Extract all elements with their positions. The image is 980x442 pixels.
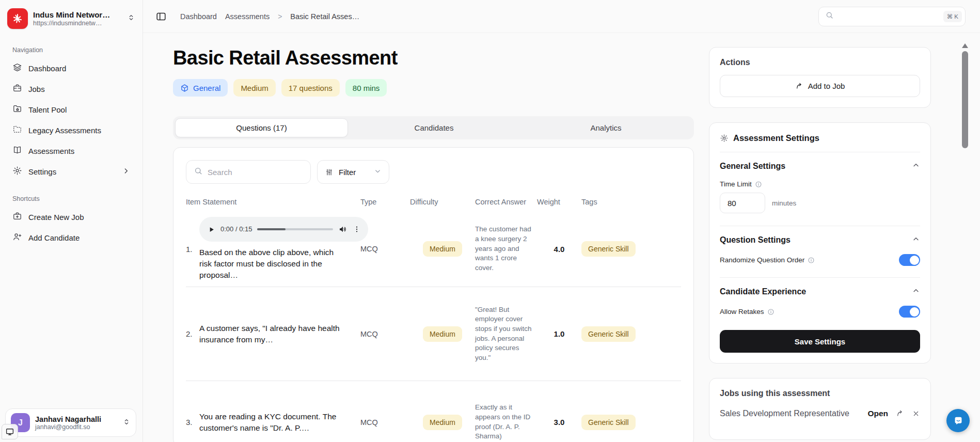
scrollbar-thumb[interactable] xyxy=(962,51,968,148)
tab-questions[interactable]: Questions (17) xyxy=(175,118,348,137)
global-search[interactable]: ⌘ K xyxy=(818,7,966,26)
workspace-name: Indus Mind Networ… xyxy=(33,10,122,19)
difficulty-badge: Medium xyxy=(233,79,275,97)
share-arrow-icon xyxy=(795,82,803,90)
table-row[interactable]: 3. You are reading a KYC document. The c… xyxy=(186,381,681,442)
play-icon[interactable] xyxy=(208,226,215,233)
questions-toolbar: Filter xyxy=(186,160,681,184)
add-to-job-button[interactable]: Add to Job xyxy=(720,75,920,97)
questions-search-input[interactable] xyxy=(208,168,303,177)
folder-dashed-icon xyxy=(12,124,22,136)
add-to-job-label: Add to Job xyxy=(808,82,845,90)
sidebar-toggle-icon[interactable] xyxy=(155,11,167,22)
weight-cell: 1.0 xyxy=(537,329,581,338)
randomize-label: Randomize Question Order xyxy=(720,256,815,264)
folder-star-icon xyxy=(12,104,22,115)
chevrons-up-down-icon xyxy=(122,418,131,428)
badge-label: 80 mins xyxy=(353,84,380,92)
sidebar-item-legacy-assessments[interactable]: Legacy Assessments xyxy=(6,120,136,140)
questions-search[interactable] xyxy=(186,160,311,184)
time-limit-input[interactable] xyxy=(720,193,765,213)
allow-retakes-toggle[interactable] xyxy=(899,306,920,318)
job-row: Sales Development Representative Open xyxy=(720,409,920,418)
column-weight: Weight xyxy=(537,198,581,206)
tab-candidates[interactable]: Candidates xyxy=(348,118,520,137)
section-candidate-experience[interactable]: Candidate Experience xyxy=(720,287,920,297)
tags-cell: Generic Skill xyxy=(581,244,681,254)
search-icon xyxy=(194,166,203,178)
section-title: Question Settings xyxy=(720,235,791,245)
kebab-menu-icon[interactable] xyxy=(353,225,361,233)
jobs-using-card: Jobs using this assessment Sales Develop… xyxy=(709,378,931,440)
sidebar-item-jobs[interactable]: Jobs xyxy=(6,78,136,99)
assessment-column: Basic Retail Assessment General Medium 1… xyxy=(173,47,694,442)
sidebar-item-add-candidate[interactable]: Add Candidate xyxy=(6,227,136,248)
audio-player[interactable]: 0:00 / 0:15 xyxy=(199,217,368,242)
difficulty-pill: Medium xyxy=(423,241,462,257)
global-search-input[interactable] xyxy=(838,12,939,21)
book-open-icon xyxy=(12,145,22,156)
filter-button[interactable]: Filter xyxy=(317,160,389,184)
sidebar-item-label: Dashboard xyxy=(28,64,66,73)
type-cell: MCQ xyxy=(360,418,410,427)
gear-icon xyxy=(12,166,22,177)
answer-cell: The customer had a knee surgery 2 years … xyxy=(475,225,537,273)
difficulty-cell: Medium xyxy=(410,326,475,342)
sliders-icon xyxy=(325,168,334,177)
audio-time: 0:00 / 0:15 xyxy=(220,225,252,234)
table-row[interactable]: 1. 0:00 / 0:15 Based on the above clip a… xyxy=(186,211,681,287)
tags-cell: Generic Skill xyxy=(581,418,681,427)
tab-analytics[interactable]: Analytics xyxy=(520,118,692,137)
badge-label: General xyxy=(193,84,220,92)
filter-label: Filter xyxy=(339,168,356,177)
statement-cell: A customer says, "I already have health … xyxy=(199,323,360,345)
user-menu[interactable]: J Janhavi Nagarhalli janhavi@goodfit.so xyxy=(5,408,136,437)
type-cell: MCQ xyxy=(360,330,410,338)
briefcase-icon xyxy=(12,83,22,94)
weight-cell: 4.0 xyxy=(537,245,581,254)
breadcrumb-current: Basic Retail Asses… xyxy=(290,12,359,21)
scroll-up-arrow-icon[interactable] xyxy=(962,43,968,48)
workspace-logo-icon xyxy=(7,8,28,29)
sidebar-item-label: Create New Job xyxy=(28,213,84,222)
category-badge[interactable]: General xyxy=(173,79,228,97)
chevron-up-icon xyxy=(912,161,920,171)
info-icon[interactable] xyxy=(755,181,762,188)
difficulty-cell: Medium xyxy=(410,241,475,257)
audio-progress-bar[interactable] xyxy=(257,228,333,230)
sidebar-item-assessments[interactable]: Assessments xyxy=(6,140,136,161)
settings-header: Assessment Settings xyxy=(720,133,920,143)
open-job-icon[interactable] xyxy=(896,409,904,418)
section-question-settings[interactable]: Question Settings xyxy=(720,235,920,245)
sidebar-item-create-new-job[interactable]: Create New Job xyxy=(6,207,136,227)
scrollbar[interactable] xyxy=(962,43,968,148)
randomize-toggle[interactable] xyxy=(899,254,920,266)
chat-launcher-button[interactable] xyxy=(946,409,970,432)
tab-bar: Questions (17) Candidates Analytics xyxy=(173,116,694,139)
tag-pill: Generic Skill xyxy=(581,241,636,257)
row-number: 3. xyxy=(186,418,199,427)
remove-job-icon[interactable] xyxy=(912,409,920,418)
main-area: Dashboard Assessments > Basic Retail Ass… xyxy=(143,0,980,442)
screen-monitor-icon xyxy=(2,424,18,439)
table-row[interactable]: 2. A customer says, "I already have heal… xyxy=(186,287,681,381)
row-number: 2. xyxy=(186,329,199,338)
workspace-switcher[interactable]: Indus Mind Networ… https://indusmindnetw… xyxy=(6,6,136,31)
breadcrumb-assessments[interactable]: Assessments xyxy=(225,12,270,21)
user-meta: Janhavi Nagarhalli janhavi@goodfit.so xyxy=(35,415,117,431)
info-icon[interactable] xyxy=(808,257,815,264)
sidebar-item-settings[interactable]: Settings xyxy=(6,161,136,182)
breadcrumb-dashboard[interactable]: Dashboard xyxy=(180,12,217,21)
sidebar-item-dashboard[interactable]: Dashboard xyxy=(6,58,136,78)
sidebar-item-talent-pool[interactable]: Talent Pool xyxy=(6,99,136,120)
time-limit-label: Time Limit xyxy=(720,180,920,188)
section-general-settings[interactable]: General Settings xyxy=(720,161,920,171)
chevron-right-icon xyxy=(122,167,130,177)
tag-pill: Generic Skill xyxy=(581,326,636,342)
allow-retakes-row: Allow Retakes xyxy=(720,306,920,318)
tags-cell: Generic Skill xyxy=(581,329,681,339)
save-settings-button[interactable]: Save Settings xyxy=(720,330,920,353)
allow-retakes-label: Allow Retakes xyxy=(720,308,774,315)
info-icon[interactable] xyxy=(767,308,774,315)
volume-icon[interactable] xyxy=(338,225,347,234)
